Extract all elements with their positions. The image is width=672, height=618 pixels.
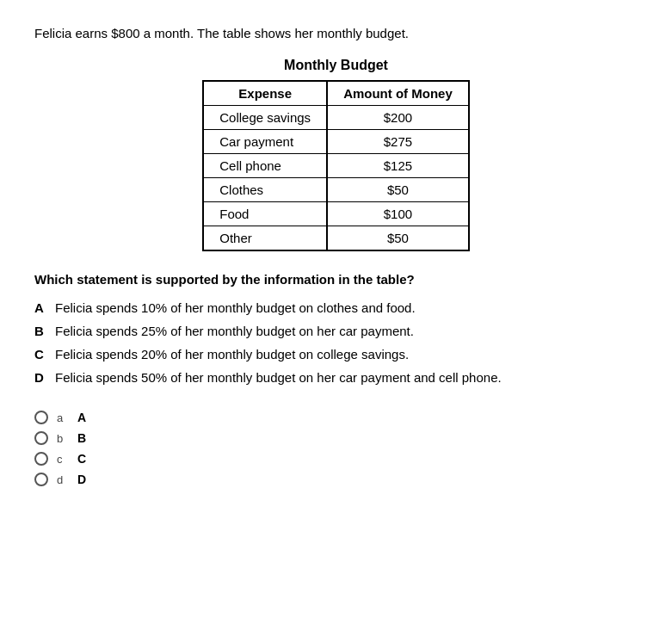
answer-option-b: BFelicia spends 25% of her monthly budge… — [34, 324, 638, 338]
table-row: Food$100 — [203, 202, 469, 226]
choice-row-c: cC — [34, 452, 638, 466]
answer-letter: B — [34, 324, 50, 338]
choice-row-d: dD — [34, 473, 638, 486]
choice-row-b: bB — [34, 431, 638, 445]
table-row: College savings$200 — [203, 106, 469, 130]
col-header-amount: Amount of Money — [327, 81, 469, 106]
expense-cell: Food — [203, 202, 327, 226]
col-header-expense: Expense — [203, 81, 327, 106]
choice-big-label: D — [77, 473, 93, 486]
expense-cell: College savings — [203, 106, 327, 130]
amount-cell: $100 — [327, 202, 469, 226]
table-section: Monthly Budget Expense Amount of Money C… — [34, 58, 638, 251]
expense-cell: Other — [203, 226, 327, 251]
radio-c[interactable] — [34, 452, 48, 466]
choice-row-a: aA — [34, 411, 638, 424]
radio-d[interactable] — [34, 473, 48, 486]
radio-b[interactable] — [34, 431, 48, 445]
expense-cell: Clothes — [203, 178, 327, 202]
answer-text: Felicia spends 20% of her monthly budget… — [55, 347, 409, 362]
table-title: Monthly Budget — [284, 58, 388, 73]
choice-big-label: A — [77, 411, 93, 424]
answer-option-c: CFelicia spends 20% of her monthly budge… — [34, 347, 638, 362]
question-text: Which statement is supported by the info… — [34, 272, 638, 287]
expense-cell: Car payment — [203, 130, 327, 154]
amount-cell: $275 — [327, 130, 469, 154]
choices-section: aAbBcCdD — [34, 411, 638, 486]
choice-small-label: b — [57, 432, 69, 445]
answer-letter: A — [34, 300, 50, 315]
answer-text: Felicia spends 25% of her monthly budget… — [55, 324, 414, 338]
answer-letter: D — [34, 370, 50, 385]
amount-cell: $200 — [327, 106, 469, 130]
amount-cell: $50 — [327, 178, 469, 202]
answer-text: Felicia spends 10% of her monthly budget… — [55, 300, 416, 315]
table-row: Car payment$275 — [203, 130, 469, 154]
table-row: Clothes$50 — [203, 178, 469, 202]
amount-cell: $50 — [327, 226, 469, 251]
intro-text: Felicia earns $800 a month. The table sh… — [34, 26, 638, 40]
answer-letter: C — [34, 347, 50, 362]
answer-option-d: DFelicia spends 50% of her monthly budge… — [34, 370, 638, 385]
table-row: Cell phone$125 — [203, 154, 469, 178]
expense-cell: Cell phone — [203, 154, 327, 178]
table-row: Other$50 — [203, 226, 469, 251]
answer-text: Felicia spends 50% of her monthly budget… — [55, 370, 502, 385]
choice-small-label: d — [57, 473, 69, 486]
choice-small-label: a — [57, 411, 69, 424]
choice-big-label: C — [77, 452, 93, 466]
radio-a[interactable] — [34, 411, 48, 424]
answer-option-a: AFelicia spends 10% of her monthly budge… — [34, 300, 638, 315]
budget-table: Expense Amount of Money College savings$… — [202, 80, 470, 251]
choice-big-label: B — [77, 431, 93, 445]
amount-cell: $125 — [327, 154, 469, 178]
answers-section: AFelicia spends 10% of her monthly budge… — [34, 300, 638, 385]
choice-small-label: c — [57, 453, 69, 466]
